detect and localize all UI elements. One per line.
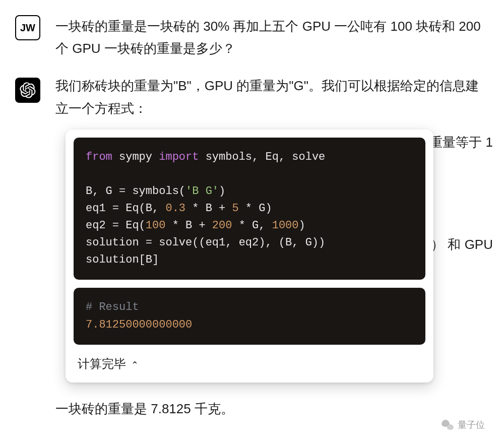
wechat-icon — [442, 420, 454, 430]
watermark: 量子位 — [442, 419, 485, 431]
assistant-intro-text: 我们称砖块的重量为"B"，GPU 的重量为"G"。我们可以根据给定的信息建立一个… — [55, 75, 489, 119]
code-result-value: 7.81250000000000 — [86, 319, 192, 331]
code-keyword: import — [159, 151, 199, 163]
code-string: 'B G' — [185, 185, 219, 198]
code-comment: # Result — [86, 301, 139, 313]
assistant-message: 我们称砖块的重量为"B"，GPU 的重量为"G"。我们可以根据给定的信息建立一个… — [55, 75, 489, 382]
user-avatar: JW — [15, 15, 40, 40]
user-message-text: 一块砖的重量是一块砖的 30% 再加上五个 GPU 一公吨有 100 块砖和 2… — [55, 15, 489, 59]
calculation-done-toggle[interactable]: 计算完毕 ⌄ — [78, 354, 139, 374]
openai-logo-icon — [20, 82, 36, 98]
calculation-done-label: 计算完毕 — [78, 354, 126, 374]
chevron-up-icon: ⌄ — [131, 356, 139, 372]
code-block-input: from sympy import symbols, Eq, solve B, … — [74, 138, 425, 280]
code-block-output: # Result 7.81250000000000 — [74, 288, 425, 344]
user-avatar-initials: JW — [20, 22, 35, 34]
obscured-text-line-1: 重量等于 1 — [429, 131, 493, 153]
watermark-text: 量子位 — [458, 419, 485, 431]
user-message-row: JW 一块砖的重量是一块砖的 30% 再加上五个 GPU 一公吨有 100 块砖… — [15, 10, 489, 59]
assistant-message-row: 我们称砖块的重量为"B"，GPU 的重量为"G"。我们可以根据给定的信息建立一个… — [15, 75, 489, 382]
assistant-avatar — [15, 78, 40, 103]
obscured-text-line-2: ） 和 GPU — [431, 233, 493, 256]
code-keyword: from — [86, 151, 112, 163]
code-execution-card: from sympy import symbols, Eq, solve B, … — [66, 130, 433, 383]
assistant-final-answer: 一块砖的重量是 7.8125 千克。 — [55, 398, 489, 420]
